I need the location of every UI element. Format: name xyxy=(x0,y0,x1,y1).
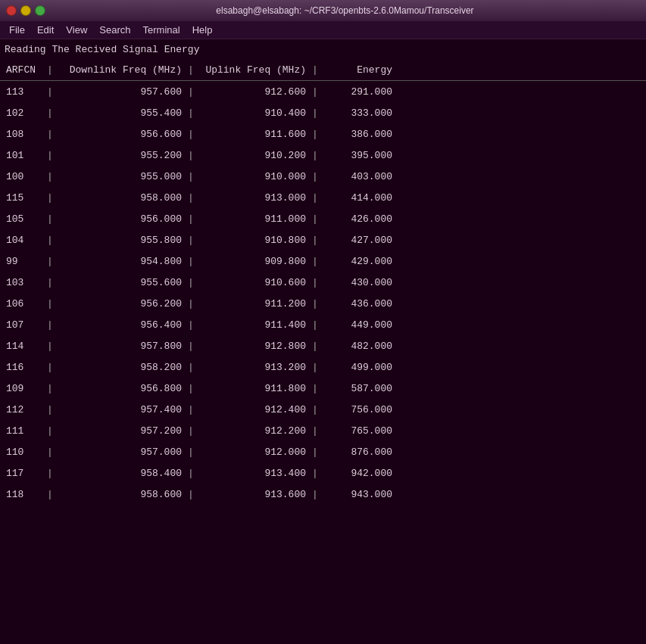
cell-downlink: 956.000 xyxy=(58,213,188,225)
cell-downlink: 955.000 xyxy=(58,171,188,182)
cell-uplink: 910.200 xyxy=(198,150,312,161)
cell-downlink: 955.400 xyxy=(58,107,188,119)
table-row: 105 | 956.000 | 911.000 | 426.000 xyxy=(0,208,646,229)
menu-view[interactable]: View xyxy=(60,23,93,37)
cell-uplink: 911.800 xyxy=(198,383,312,394)
cell-uplink: 912.800 xyxy=(198,341,312,352)
minimize-button[interactable] xyxy=(20,5,31,16)
col-sep2: | xyxy=(188,489,198,500)
col-sep3: | xyxy=(312,319,323,331)
col-sep3: | xyxy=(312,298,323,310)
reading-line: Reading The Recived Signal Energy xyxy=(0,42,646,57)
table-row: 99 | 954.800 | 909.800 | 429.000 xyxy=(0,250,646,272)
cell-energy: 291.000 xyxy=(323,86,398,98)
cell-uplink: 913.000 xyxy=(198,192,312,204)
cell-arfcn: 116 xyxy=(0,362,47,373)
cell-uplink: 911.400 xyxy=(198,319,312,331)
col-sep2: | xyxy=(188,129,198,140)
col-sep3: | xyxy=(312,256,323,267)
maximize-button[interactable] xyxy=(35,5,45,16)
col-sep3: | xyxy=(312,192,323,204)
col-sep3: | xyxy=(312,150,323,161)
cell-downlink: 957.800 xyxy=(58,341,188,352)
table-row: 101 | 955.200 | 910.200 | 395.000 xyxy=(0,145,646,166)
menu-edit[interactable]: Edit xyxy=(31,23,60,37)
cell-uplink: 912.600 xyxy=(198,86,312,98)
cell-uplink: 909.800 xyxy=(198,256,312,267)
titlebar: elsabagh@elsabagh: ~/CRF3/openbts-2.6.0M… xyxy=(0,0,646,21)
cell-arfcn: 101 xyxy=(0,150,47,161)
col-sep3: | xyxy=(312,129,323,140)
col-sep1: | xyxy=(47,171,58,182)
cell-energy: 430.000 xyxy=(323,277,398,288)
col-sep3: | xyxy=(312,468,323,479)
col-sep2: | xyxy=(188,86,198,98)
cell-energy: 876.000 xyxy=(323,446,398,458)
col-sep3: | xyxy=(312,107,323,119)
col-sep3: | xyxy=(312,341,323,352)
table-row: 115 | 958.000 | 913.000 | 414.000 xyxy=(0,187,646,208)
cell-energy: 436.000 xyxy=(323,298,398,310)
table-row: 116 | 958.200 | 913.200 | 499.000 xyxy=(0,356,646,378)
table-header: ARFCN | Downlink Freq (MHz) | Uplink Fre… xyxy=(0,60,646,81)
col-sep2: | xyxy=(188,341,198,352)
col-sep2: | xyxy=(188,277,198,288)
cell-downlink: 956.600 xyxy=(58,129,188,140)
cell-arfcn: 100 xyxy=(0,171,47,182)
cell-uplink: 910.000 xyxy=(198,171,312,182)
cell-downlink: 958.600 xyxy=(58,489,188,500)
col-sep1: | xyxy=(47,425,58,437)
col-sep1: | xyxy=(47,107,58,119)
table-row: 118 | 958.600 | 913.600 | 943.000 xyxy=(0,484,646,505)
cell-downlink: 957.200 xyxy=(58,425,188,437)
col-sep3: | xyxy=(312,383,323,394)
col-sep1: | xyxy=(47,277,58,288)
menu-terminal[interactable]: Terminal xyxy=(137,23,186,37)
menubar: File Edit View Search Terminal Help xyxy=(0,21,646,39)
close-button[interactable] xyxy=(6,5,17,16)
cell-arfcn: 103 xyxy=(0,277,47,288)
col-sep3: | xyxy=(312,235,323,246)
cell-downlink: 956.800 xyxy=(58,383,188,394)
window-controls xyxy=(6,5,45,16)
menu-search[interactable]: Search xyxy=(93,23,136,37)
cell-energy: 499.000 xyxy=(323,362,398,373)
cell-arfcn: 118 xyxy=(0,489,47,500)
col-sep1: | xyxy=(47,235,58,246)
table-row: 102 | 955.400 | 910.400 | 333.000 xyxy=(0,102,646,123)
cell-downlink: 955.800 xyxy=(58,235,188,246)
col-sep3: | xyxy=(312,277,323,288)
col-sep2: | xyxy=(188,192,198,204)
cell-arfcn: 102 xyxy=(0,107,47,119)
cell-uplink: 911.000 xyxy=(198,213,312,225)
table-row: 117 | 958.400 | 913.400 | 942.000 xyxy=(0,462,646,484)
cell-uplink: 912.200 xyxy=(198,425,312,437)
menu-file[interactable]: File xyxy=(3,23,31,37)
cell-arfcn: 107 xyxy=(0,319,47,331)
table-row: 100 | 955.000 | 910.000 | 403.000 xyxy=(0,166,646,187)
cell-uplink: 910.400 xyxy=(198,107,312,119)
terminal-output: Reading The Recived Signal Energy ARFCN … xyxy=(0,39,646,644)
cell-energy: 333.000 xyxy=(323,107,398,119)
col-sep3: | xyxy=(312,404,323,415)
cell-arfcn: 108 xyxy=(0,129,47,140)
table-row: 111 | 957.200 | 912.200 | 765.000 xyxy=(0,420,646,441)
header-downlink: Downlink Freq (MHz) xyxy=(58,64,188,76)
cell-arfcn: 113 xyxy=(0,86,47,98)
col-sep1: | xyxy=(47,192,58,204)
cell-uplink: 912.400 xyxy=(198,404,312,415)
col-sep1: | xyxy=(47,213,58,225)
cell-arfcn: 105 xyxy=(0,213,47,225)
col-sep2: | xyxy=(188,446,198,458)
col-sep1: | xyxy=(47,298,58,310)
cell-uplink: 910.600 xyxy=(198,277,312,288)
col-sep3: | xyxy=(312,86,323,98)
sep1: | xyxy=(47,64,58,76)
col-sep2: | xyxy=(188,298,198,310)
cell-energy: 482.000 xyxy=(323,341,398,352)
col-sep2: | xyxy=(188,425,198,437)
col-sep2: | xyxy=(188,235,198,246)
cell-energy: 765.000 xyxy=(323,425,398,437)
menu-help[interactable]: Help xyxy=(186,23,219,37)
cell-downlink: 956.400 xyxy=(58,319,188,331)
